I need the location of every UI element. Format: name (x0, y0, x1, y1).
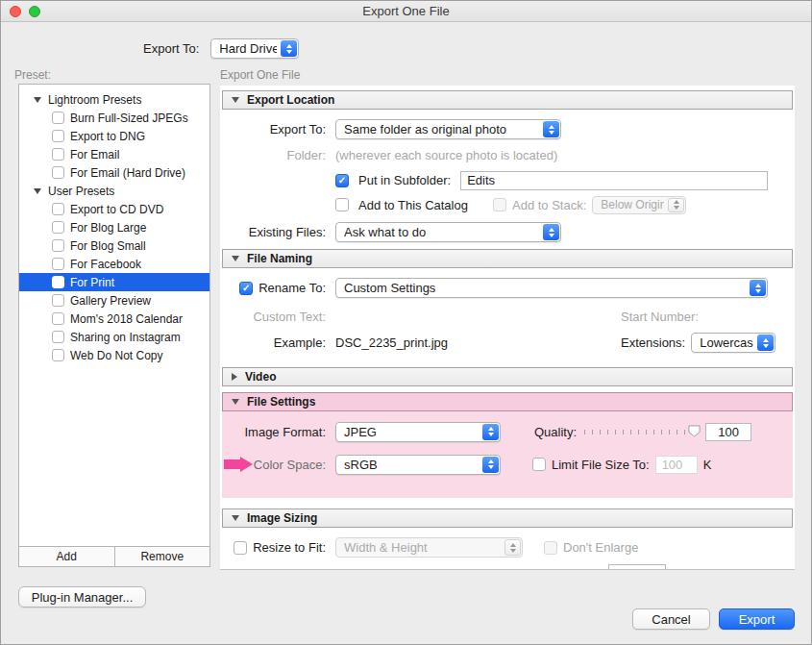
image-format-select[interactable]: JPEG (335, 422, 501, 442)
preset-group-label: Lightroom Presets (48, 93, 141, 107)
file-settings-content: Image Format: JPEG Quality: (222, 411, 793, 498)
disclosure-triangle-icon[interactable] (232, 97, 239, 103)
stepper-icon (668, 198, 684, 212)
disclosure-triangle-icon[interactable] (232, 515, 239, 521)
disclosure-triangle-icon[interactable] (232, 373, 237, 381)
preset-checkbox[interactable] (52, 239, 64, 252)
export-settings-panel: Export Location Export To: Same folder a… (220, 86, 795, 570)
preset-checkbox[interactable] (52, 166, 64, 179)
image-sizing-header[interactable]: Image Sizing (222, 509, 793, 528)
add-to-stack-label: Add to Stack: (512, 198, 586, 212)
preset-label: Burn Full-Sized JPEGs (70, 112, 188, 125)
quality-slider[interactable] (584, 425, 698, 438)
preset-checkbox[interactable] (52, 130, 64, 142)
preset-item[interactable]: For Blog Large (19, 218, 209, 236)
preset-item-selected[interactable]: For Print (19, 273, 209, 291)
preset-item[interactable]: Web Do Not Copy (19, 346, 209, 364)
subfolder-input[interactable] (460, 171, 768, 190)
preset-item[interactable]: For Blog Small (19, 236, 209, 255)
file-settings-header[interactable]: File Settings (222, 392, 793, 411)
preset-item[interactable]: For Facebook (19, 255, 209, 273)
extensions-select[interactable]: Lowercase (691, 333, 775, 353)
close-window-icon[interactable] (10, 6, 21, 17)
stepper-icon (281, 40, 297, 57)
export-button[interactable]: Export (719, 608, 795, 630)
slider-ticks (584, 430, 692, 434)
preset-label: Mom's 2018 Calendar (70, 312, 183, 326)
preset-item[interactable]: Mom's 2018 Calendar (19, 310, 209, 328)
section-title: Video (245, 370, 276, 384)
section-image-sizing: Image Sizing Resize to Fit: Width & Heig… (222, 509, 793, 558)
preset-group-label: User Presets (48, 185, 114, 198)
preset-item[interactable]: For Email (19, 145, 209, 163)
main-caption: Export One File (220, 68, 300, 82)
stepper-icon (482, 424, 499, 440)
preset-checkbox[interactable] (52, 203, 64, 215)
export-to-select[interactable]: Same folder as original photo (335, 119, 561, 139)
section-title: Image Sizing (247, 511, 317, 525)
remove-preset-button[interactable]: Remove (115, 547, 210, 566)
existing-files-select[interactable]: Ask what to do (335, 222, 561, 242)
add-preset-button[interactable]: Add (19, 547, 115, 566)
preset-checkbox[interactable] (52, 276, 64, 288)
preset-label: For Email (70, 148, 119, 161)
color-space-select[interactable]: sRGB (335, 455, 501, 475)
preset-checkbox[interactable] (52, 258, 64, 270)
resize-to-fit-label: Resize to Fit: (253, 540, 326, 555)
preset-label: For Email (Hard Drive) (70, 166, 185, 180)
video-header[interactable]: Video (222, 367, 793, 386)
rename-to-checkbox[interactable] (239, 282, 253, 295)
disclosure-triangle-icon[interactable] (34, 188, 41, 194)
preset-checkbox[interactable] (52, 112, 64, 124)
highlight-arrow-icon (224, 457, 253, 472)
export-to-label: Export To: (222, 122, 326, 136)
preset-item[interactable]: Burn Full-Sized JPEGs (19, 109, 209, 127)
preset-label: Sharing on Instagram (70, 331, 181, 344)
put-in-subfolder-checkbox[interactable] (335, 174, 349, 187)
preset-item[interactable]: For Email (Hard Drive) (19, 163, 209, 182)
file-naming-header[interactable]: File Naming (222, 249, 793, 268)
preset-actions: Add Remove (19, 546, 209, 566)
stepper-icon (757, 335, 774, 351)
zoom-window-icon[interactable] (29, 6, 40, 17)
preset-checkbox[interactable] (52, 294, 64, 307)
stepper-icon (543, 121, 559, 137)
export-location-header[interactable]: Export Location (222, 90, 793, 110)
image-sizing-content: Resize to Fit: Width & Height Don't Enla… (222, 537, 793, 558)
preset-checkbox[interactable] (52, 349, 64, 361)
limit-file-size-checkbox[interactable] (532, 458, 546, 471)
preset-checkbox[interactable] (52, 221, 64, 234)
export-to-label: Export To: (143, 41, 199, 56)
preset-label: Export to CD DVD (70, 203, 163, 216)
preset-item[interactable]: Gallery Preview (19, 291, 209, 310)
slider-thumb-icon[interactable] (688, 425, 701, 437)
preset-item[interactable]: Export to CD DVD (19, 200, 209, 218)
preset-label: For Blog Small (70, 239, 146, 253)
export-destination-select[interactable]: Hard Drive (210, 38, 299, 59)
section-title: File Settings (247, 395, 315, 409)
preset-item[interactable]: Sharing on Instagram (19, 328, 209, 346)
preset-item[interactable]: Export to DNG (19, 127, 209, 145)
disclosure-triangle-icon[interactable] (34, 97, 41, 103)
section-video: Video (222, 367, 793, 386)
rename-template-select[interactable]: Custom Settings (335, 278, 768, 298)
file-naming-content: Rename To: Custom Settings Custom Text: … (222, 278, 793, 353)
add-to-catalog-checkbox[interactable] (335, 198, 349, 211)
cancel-button[interactable]: Cancel (632, 608, 710, 630)
preset-checkbox[interactable] (52, 148, 64, 161)
export-destination-row: Export To: Hard Drive (143, 38, 299, 59)
plugin-manager-button[interactable]: Plug-in Manager... (18, 586, 146, 608)
preset-checkbox[interactable] (52, 331, 64, 343)
preset-group-user[interactable]: User Presets (19, 182, 209, 200)
limit-file-size-label: Limit File Size To: (552, 458, 650, 472)
quality-value-input[interactable] (705, 423, 751, 441)
disclosure-triangle-icon[interactable] (232, 399, 239, 405)
limit-file-size-input (655, 456, 698, 474)
image-format-label: Image Format: (222, 425, 326, 439)
preset-checkbox[interactable] (52, 312, 64, 325)
resize-to-fit-checkbox[interactable] (234, 541, 247, 555)
folder-label: Folder: (222, 148, 326, 162)
preset-group-lightroom[interactable]: Lightroom Presets (19, 90, 209, 109)
start-number-label: Start Number: (621, 310, 699, 324)
disclosure-triangle-icon[interactable] (232, 256, 239, 261)
